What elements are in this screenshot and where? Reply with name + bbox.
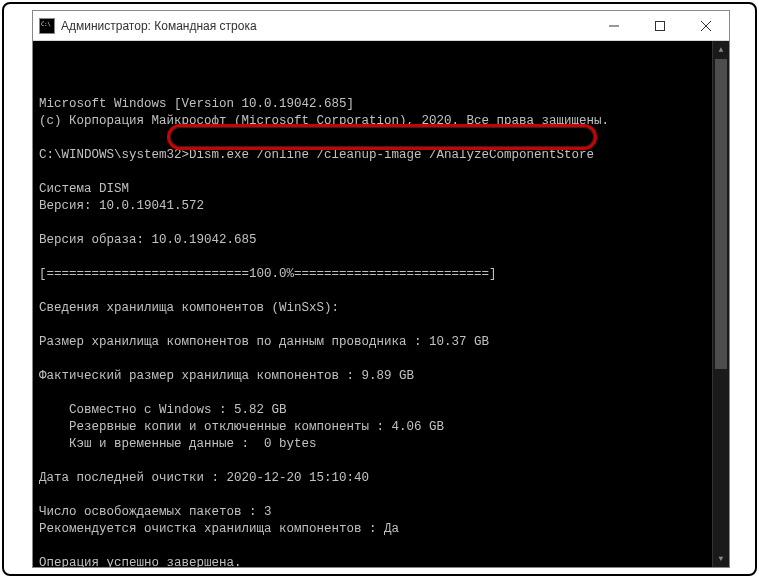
maximize-button[interactable] <box>637 11 683 40</box>
output-line: Дата последней очистки : 2020-12-20 15:1… <box>39 471 369 485</box>
output-line: Версия: 10.0.19041.572 <box>39 199 204 213</box>
output-line: Операция успешно завершена. <box>39 556 242 567</box>
output-line: Фактический размер хранилища компонентов… <box>39 369 414 383</box>
minimize-button[interactable] <box>591 11 637 40</box>
cmd-window: Администратор: Командная строка Microsof… <box>32 10 730 568</box>
scroll-down-icon[interactable]: ▼ <box>713 550 729 567</box>
scroll-thumb[interactable] <box>715 59 727 369</box>
prompt: C:\WINDOWS\system32> <box>39 148 189 162</box>
svg-rect-1 <box>656 21 665 30</box>
close-button[interactable] <box>683 11 729 40</box>
cmd-icon <box>39 18 55 34</box>
terminal-area[interactable]: Microsoft Windows [Version 10.0.19042.68… <box>33 41 729 567</box>
scroll-up-icon[interactable]: ▲ <box>713 41 729 58</box>
output-line: Совместно с Windows : 5.82 GB <box>39 403 287 417</box>
prompt-line: C:\WINDOWS\system32>Dism.exe /online /cl… <box>39 148 594 162</box>
output-line: Число освобождаемых пакетов : 3 <box>39 505 272 519</box>
output-line: Cистема DISM <box>39 182 129 196</box>
output-line: Рекомендуется очистка хранилища компонен… <box>39 522 399 536</box>
command-text: Dism.exe /online /cleanup-image /Analyze… <box>189 148 594 162</box>
output-line: Сведения хранилища компонентов (WinSxS): <box>39 301 339 315</box>
titlebar[interactable]: Администратор: Командная строка <box>33 11 729 41</box>
output-line: (c) Корпорация Майкрософт (Microsoft Cor… <box>39 114 609 128</box>
terminal-content: Microsoft Windows [Version 10.0.19042.68… <box>39 79 725 567</box>
output-line: Размер хранилища компонентов по данным п… <box>39 335 489 349</box>
screenshot-frame: Администратор: Командная строка Microsof… <box>2 2 757 576</box>
output-line: Кэш и временные данные : 0 bytes <box>39 437 317 451</box>
output-line: Резервные копии и отключенные компоненты… <box>39 420 444 434</box>
scrollbar[interactable]: ▲ ▼ <box>712 41 729 567</box>
window-title: Администратор: Командная строка <box>61 19 591 33</box>
output-line: Microsoft Windows [Version 10.0.19042.68… <box>39 97 354 111</box>
progress-line: [===========================100.0%======… <box>39 267 497 281</box>
output-line: Версия образа: 10.0.19042.685 <box>39 233 257 247</box>
window-controls <box>591 11 729 40</box>
